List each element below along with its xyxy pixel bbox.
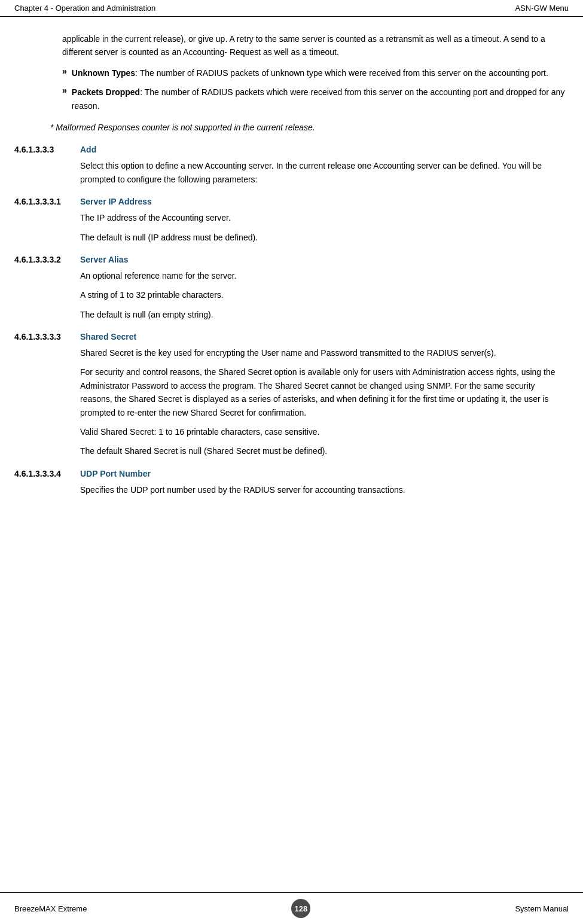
section-433-heading: 4.6.1.3.3.3 Add <box>14 145 569 154</box>
footer-right: System Manual <box>515 904 569 913</box>
section-4332-para2: A string of 1 to 32 printable characters… <box>80 288 569 301</box>
section-4333-body: Shared Secret is the key used for encryp… <box>80 346 569 458</box>
section-4334-num: 4.6.1.3.3.3.4 <box>14 469 80 478</box>
section-4331-title: Server IP Address <box>80 197 152 206</box>
bullet2-bold: Packets Dropped <box>72 87 140 97</box>
header-right: ASN-GW Menu <box>515 4 569 13</box>
section-4331-heading: 4.6.1.3.3.3.1 Server IP Address <box>14 197 569 206</box>
bullet2-text: : The number of RADIUS packets which wer… <box>72 87 565 110</box>
page-number: 128 <box>295 904 308 913</box>
section-4332-title: Server Alias <box>80 255 128 264</box>
section-4334-title: UDP Port Number <box>80 469 151 478</box>
bullet-arrow-1: » <box>62 66 67 80</box>
bullet-unknown-types: » Unknown Types: The number of RADIUS pa… <box>62 66 569 80</box>
malformed-note: * Malformed Responses counter is not sup… <box>50 121 569 134</box>
page-number-badge: 128 <box>291 899 310 918</box>
page-content: applicable in the current release), or g… <box>0 17 583 550</box>
intro-paragraph: applicable in the current release), or g… <box>62 32 569 59</box>
section-4333-para3: Valid Shared Secret: 1 to 16 printable c… <box>80 425 569 438</box>
section-4331-num: 4.6.1.3.3.3.1 <box>14 197 80 206</box>
section-4333-num: 4.6.1.3.3.3.3 <box>14 332 80 341</box>
bullet-content-2: Packets Dropped: The number of RADIUS pa… <box>72 86 569 112</box>
page-header: Chapter 4 - Operation and Administration… <box>0 0 583 17</box>
section-433-para: Select this option to define a new Accou… <box>80 159 569 186</box>
section-4332-para1: An optional reference name for the serve… <box>80 269 569 282</box>
section-4333-para4: The default Shared Secret is null (Share… <box>80 444 569 458</box>
section-4333-para2: For security and control reasons, the Sh… <box>80 365 569 419</box>
section-4331-para2: The default is null (IP address must be … <box>80 231 569 244</box>
section-4332-body: An optional reference name for the serve… <box>80 269 569 321</box>
bullet-arrow-2: » <box>62 86 67 112</box>
bullet-content-1: Unknown Types: The number of RADIUS pack… <box>72 66 548 80</box>
section-4331-para1: The IP address of the Accounting server. <box>80 211 569 224</box>
footer-left: BreezeMAX Extreme <box>14 904 87 913</box>
bullet-packets-dropped: » Packets Dropped: The number of RADIUS … <box>62 86 569 112</box>
section-4333-heading: 4.6.1.3.3.3.3 Shared Secret <box>14 332 569 341</box>
header-left: Chapter 4 - Operation and Administration <box>14 4 155 13</box>
bullet1-bold: Unknown Types <box>72 68 135 78</box>
bullet1-text: : The number of RADIUS packets of unknow… <box>135 68 548 78</box>
section-433-title: Add <box>80 145 96 154</box>
section-4332-num: 4.6.1.3.3.3.2 <box>14 255 80 264</box>
section-4333-title: Shared Secret <box>80 332 136 341</box>
section-4334-para1: Specifies the UDP port number used by th… <box>80 483 569 496</box>
section-4332-para3: The default is null (an empty string). <box>80 308 569 321</box>
section-4334-body: Specifies the UDP port number used by th… <box>80 483 569 496</box>
section-433-num: 4.6.1.3.3.3 <box>14 145 80 154</box>
section-4333-para1: Shared Secret is the key used for encryp… <box>80 346 569 359</box>
page-footer: BreezeMAX Extreme 128 System Manual <box>0 892 583 924</box>
section-4334-heading: 4.6.1.3.3.3.4 UDP Port Number <box>14 469 569 478</box>
section-4331-body: The IP address of the Accounting server.… <box>80 211 569 244</box>
section-433-body: Select this option to define a new Accou… <box>80 159 569 186</box>
section-4332-heading: 4.6.1.3.3.3.2 Server Alias <box>14 255 569 264</box>
